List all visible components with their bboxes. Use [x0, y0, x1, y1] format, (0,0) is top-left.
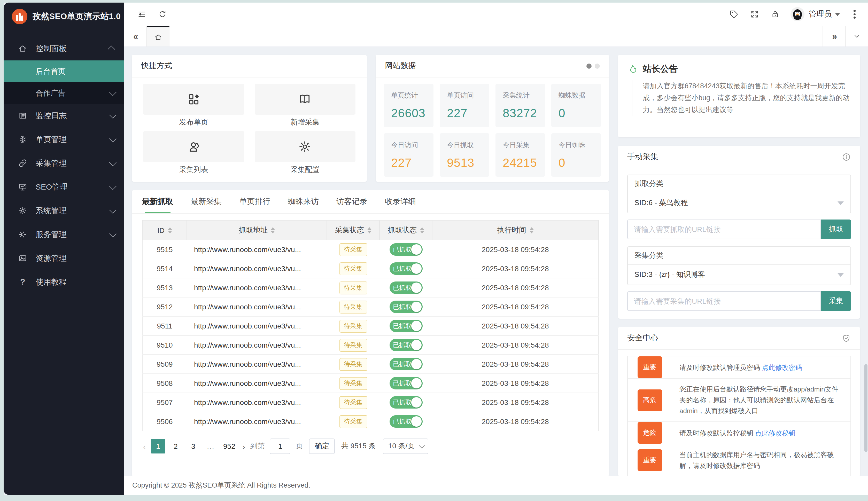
info-icon[interactable]	[841, 152, 851, 161]
prev-page-icon[interactable]: ‹	[142, 442, 147, 451]
collect-status-badge: 待采集	[339, 281, 367, 294]
sidebar-item-service-manage[interactable]: 服务管理	[4, 223, 124, 246]
quick-item-collect-config[interactable]: 采集配置	[254, 131, 356, 174]
jump-suffix: 页	[296, 441, 303, 451]
security-row: 重要 当前主机的数据库用户名与密码相同，极易被黑客破解，请及时修改数据库密码	[627, 444, 851, 476]
tag-icon[interactable]	[723, 2, 744, 26]
table-row[interactable]: 9510 http://www.runoob.com/vue3/vu... 待采…	[142, 335, 599, 354]
avatar[interactable]	[791, 7, 804, 21]
page-number[interactable]: 3	[186, 439, 200, 454]
table-row[interactable]: 9513 http://www.runoob.com/vue3/vu... 待采…	[142, 278, 599, 297]
records-tab[interactable]: 蜘蛛来访	[288, 190, 319, 213]
sidebar-item-monitor-log[interactable]: 监控日志	[4, 104, 124, 128]
refresh-icon[interactable]	[152, 2, 172, 26]
stat-card: 单页访问 227	[440, 84, 489, 127]
grab-url-input[interactable]	[627, 220, 821, 239]
question-icon: ?	[18, 277, 28, 287]
next-page-icon[interactable]: ›	[242, 442, 246, 451]
records-tab[interactable]: 最新抓取	[142, 190, 173, 213]
quick-item-publish-page[interactable]: 发布单页	[143, 84, 244, 127]
grab-button[interactable]: 抓取	[821, 220, 851, 239]
grab-category-select[interactable]: SID:6 - 菜鸟教程	[628, 193, 850, 213]
sidebar-item-backend-home[interactable]: 后台首页	[4, 61, 124, 82]
grab-status-toggle[interactable]: 已抓取	[389, 339, 422, 351]
collapse-sidebar-icon[interactable]	[131, 2, 152, 26]
sidebar-item-seo-manage[interactable]: SEO管理	[4, 175, 124, 199]
sidebar-item-resource-manage[interactable]: 资源管理	[4, 246, 124, 270]
collect-category-select[interactable]: SID:3 - {zr} - 知识博客	[628, 265, 850, 285]
per-page-select[interactable]: 10 条/页	[383, 438, 428, 454]
tab-options-icon[interactable]	[845, 26, 868, 46]
sidebar-item-dashboard[interactable]: 控制面板	[4, 37, 124, 61]
sidebar-item-system-manage[interactable]: 系统管理	[4, 199, 124, 223]
security-row: 危险 请及时修改默认监控秘钥 点此修改秘钥	[627, 422, 851, 444]
jump-page-input[interactable]	[270, 438, 290, 454]
stat-label: 今日采集	[503, 140, 539, 150]
security-link[interactable]: 点此修改秘钥	[755, 429, 795, 437]
scroll-tabs-left-icon[interactable]: «	[124, 26, 147, 46]
grab-status-toggle[interactable]: 已抓取	[389, 320, 422, 332]
page-number[interactable]: 2	[168, 439, 183, 454]
grab-status-toggle[interactable]: 已抓取	[389, 243, 422, 256]
cell-url[interactable]: http://www.runoob.com/vue3/vu...	[187, 412, 327, 431]
quick-item-new-collect[interactable]: 新增采集	[254, 84, 356, 127]
cell-url[interactable]: http://www.runoob.com/vue3/vu...	[187, 374, 327, 393]
grab-status-toggle[interactable]: 已抓取	[389, 396, 422, 408]
collect-status-badge: 待采集	[339, 358, 367, 371]
table-row[interactable]: 9507 http://www.runoob.com/vue3/vu... 待采…	[142, 393, 599, 412]
cell-url[interactable]: http://www.runoob.com/vue3/vu...	[187, 354, 327, 374]
records-tab[interactable]: 最新采集	[191, 190, 222, 213]
scroll-tabs-right-icon[interactable]: »	[823, 26, 845, 46]
records-tab[interactable]: 访客记录	[336, 190, 367, 213]
sidebar-item-collect-manage[interactable]: 采集管理	[4, 151, 124, 175]
carousel-dots[interactable]	[586, 63, 600, 68]
grab-status-toggle[interactable]: 已抓取	[389, 281, 422, 294]
stat-card: 今日采集 24215	[496, 133, 545, 177]
user-menu[interactable]: 管理员	[808, 9, 840, 19]
more-vertical-icon[interactable]	[844, 2, 865, 26]
records-tab[interactable]: 单页排行	[239, 190, 270, 213]
grab-status-toggle[interactable]: 已抓取	[389, 263, 422, 275]
cell-url[interactable]: http://www.runoob.com/vue3/vu...	[187, 278, 327, 297]
chevron-down-icon	[109, 135, 117, 142]
quick-item-collect-list[interactable]: 采集列表	[143, 131, 244, 174]
table-row[interactable]: 9511 http://www.runoob.com/vue3/vu... 待采…	[142, 316, 599, 335]
confirm-button[interactable]: 确定	[309, 438, 335, 454]
table-row[interactable]: 9508 http://www.runoob.com/vue3/vu... 待采…	[142, 374, 599, 393]
security-link[interactable]: 点此修改密码	[762, 363, 802, 371]
lock-icon[interactable]	[765, 2, 785, 26]
security-text: 您正在使用后台默认路径请您手动更改app/admin文件夹的名称，原因：他人可以…	[679, 385, 838, 415]
cell-url[interactable]: http://www.runoob.com/vue3/vu...	[187, 316, 327, 335]
grab-status-toggle[interactable]: 已抓取	[389, 377, 422, 390]
collect-status-badge: 待采集	[339, 319, 367, 332]
table-row[interactable]: 9514 http://www.runoob.com/vue3/vu... 待采…	[142, 259, 599, 278]
records-tab[interactable]: 收录详细	[385, 190, 416, 213]
table-row[interactable]: 9506 http://www.runoob.com/vue3/vu... 待采…	[142, 412, 599, 431]
fullscreen-icon[interactable]	[744, 2, 765, 26]
cell-url[interactable]: http://www.runoob.com/vue3/vu...	[187, 259, 327, 278]
grab-status-toggle[interactable]: 已抓取	[389, 301, 422, 313]
scrollbar-thumb[interactable]	[864, 364, 867, 452]
records-panel: 最新抓取 最新采集 单页排行 蜘蛛来访 访客记录 收录详细 ID 抓取地址 采集…	[132, 190, 609, 476]
collect-button[interactable]: 采集	[821, 291, 851, 311]
cell-url[interactable]: http://www.runoob.com/vue3/vu...	[187, 393, 327, 412]
tab-home[interactable]	[147, 26, 169, 46]
table-row[interactable]: 9509 http://www.runoob.com/vue3/vu... 待采…	[142, 354, 599, 374]
collect-url-input[interactable]	[627, 291, 821, 311]
stat-label: 蜘蛛数据	[559, 91, 595, 100]
sidebar-item-tutorial[interactable]: ? 使用教程	[4, 270, 124, 294]
table-row[interactable]: 9512 http://www.runoob.com/vue3/vu... 待采…	[142, 297, 599, 316]
grab-status-toggle[interactable]: 已抓取	[389, 415, 422, 428]
sidebar-item-coop-ads[interactable]: 合作广告	[4, 82, 124, 104]
page-number[interactable]: ...	[203, 439, 218, 454]
cell-url[interactable]: http://www.runoob.com/vue3/vu...	[187, 240, 327, 259]
toggle-knob	[411, 359, 421, 369]
page-number[interactable]: 1	[151, 439, 165, 454]
cell-url[interactable]: http://www.runoob.com/vue3/vu...	[187, 297, 327, 316]
table-row[interactable]: 9515 http://www.runoob.com/vue3/vu... 待采…	[142, 240, 599, 259]
sidebar-item-page-manage[interactable]: 单页管理	[4, 128, 124, 151]
severity-badge: 重要	[637, 449, 662, 471]
grab-status-toggle[interactable]: 已抓取	[389, 358, 422, 370]
page-number[interactable]: 952	[221, 439, 237, 454]
cell-url[interactable]: http://www.runoob.com/vue3/vu...	[187, 335, 327, 354]
